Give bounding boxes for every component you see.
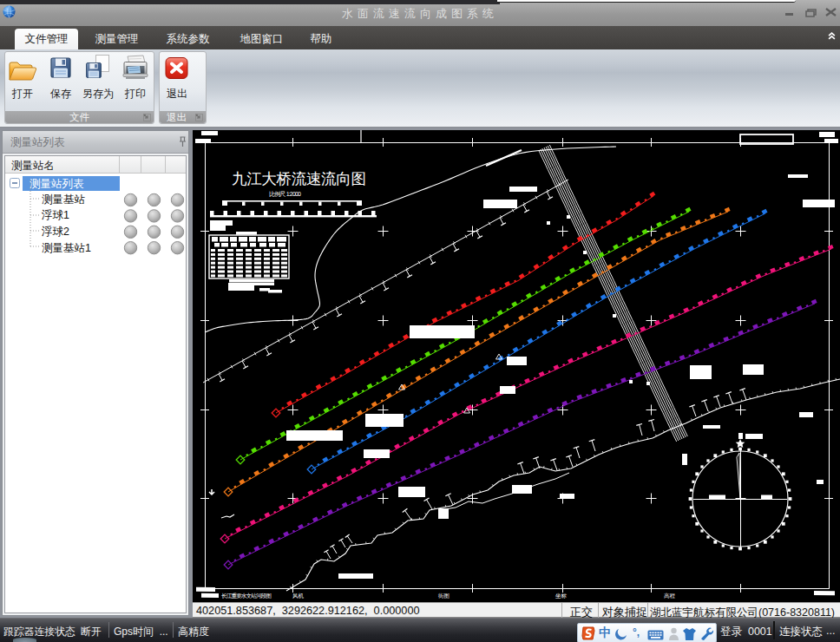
svg-text:长江重要水文站河段图: 长江重要水文站河段图 <box>221 593 272 599</box>
svg-text:坐标: 坐标 <box>555 593 568 599</box>
svg-text:街图: 街图 <box>438 593 450 599</box>
svg-text:九江大桥流速流向图: 九江大桥流速流向图 <box>232 170 366 187</box>
svg-text:比例尺 1:2000: 比例尺 1:2000 <box>269 191 301 198</box>
svg-text:高程: 高程 <box>664 593 676 599</box>
svg-text:风机: 风机 <box>292 593 305 599</box>
